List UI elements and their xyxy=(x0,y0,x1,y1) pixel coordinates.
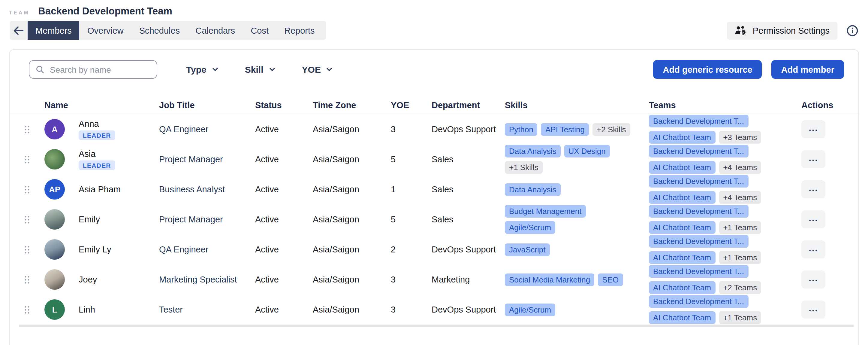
horizontal-scrollbar[interactable] xyxy=(19,324,854,327)
overflow-pill[interactable]: +1 Skills xyxy=(505,161,542,174)
actions-cell: ... xyxy=(801,300,844,319)
drag-handle-icon[interactable] xyxy=(24,125,44,134)
tab[interactable]: Schedules xyxy=(131,21,188,40)
info-button[interactable] xyxy=(846,24,858,36)
skill-pill: API Testing xyxy=(541,123,589,136)
overflow-pill[interactable]: +1 Teams xyxy=(719,251,761,264)
skills-cell: Budget ManagementAgile/Scrum xyxy=(505,205,649,234)
skills-cell: Social Media MarketingSEO xyxy=(505,273,649,286)
table-row: AP Asia Pham Business Analyst Active Asi… xyxy=(10,174,858,204)
drag-handle-icon[interactable] xyxy=(24,215,44,224)
overflow-pill[interactable]: +3 Teams xyxy=(719,131,761,144)
time-zone: Asia/Saigon xyxy=(313,124,391,134)
row-actions-button[interactable]: ... xyxy=(801,270,826,288)
team-pill: AI Chatbot Team xyxy=(649,281,715,294)
chevron-down-icon xyxy=(326,67,333,71)
tab[interactable]: Reports xyxy=(276,21,323,40)
member-name: Joey xyxy=(79,275,97,284)
teams-cell: Backend Development T...AI Chatbot Team+… xyxy=(649,235,801,264)
tab[interactable]: Calendars xyxy=(188,21,243,40)
add-member-button[interactable]: Add member xyxy=(772,60,844,79)
skill-pill: Data Analysis xyxy=(505,145,561,157)
skill-pill: Social Media Marketing xyxy=(505,273,594,286)
team-pill: Backend Development T... xyxy=(649,235,748,248)
actions-cell: ... xyxy=(801,150,844,168)
team-pill: AI Chatbot Team xyxy=(649,221,715,234)
row-actions-button[interactable]: ... xyxy=(801,210,826,228)
team-pill: Backend Development T... xyxy=(649,205,748,218)
name-cell: Asia LEADER xyxy=(72,149,159,170)
filter-dropdown[interactable]: Skill xyxy=(245,64,276,75)
overflow-pill[interactable]: +1 Teams xyxy=(719,221,761,234)
team-pill: AI Chatbot Team xyxy=(649,251,715,264)
row-actions-button[interactable]: ... xyxy=(801,300,826,319)
status: Active xyxy=(255,214,313,224)
add-generic-resource-button[interactable]: Add generic resource xyxy=(653,60,762,79)
overflow-pill[interactable]: +2 Skills xyxy=(592,123,630,136)
status: Active xyxy=(255,305,313,314)
tab[interactable]: Members xyxy=(28,21,80,40)
permission-settings-button[interactable]: Permission Settings xyxy=(727,21,837,39)
drag-handle-icon[interactable] xyxy=(24,245,44,254)
tag-line: Backend Development T... xyxy=(649,115,795,127)
member-name: Emily Ly xyxy=(79,245,111,254)
name-cell: Linh xyxy=(72,305,159,314)
filter-list: Type Skill YOE xyxy=(186,64,333,75)
members-card: Type Skill YOE Add generic resource Add … xyxy=(9,49,859,345)
overflow-pill[interactable]: +1 Teams xyxy=(719,311,761,324)
drag-handle-icon[interactable] xyxy=(24,185,44,194)
row-actions-button[interactable]: ... xyxy=(801,120,826,138)
drag-handle-icon[interactable] xyxy=(24,305,44,314)
status: Active xyxy=(255,184,313,194)
department: Sales xyxy=(432,154,505,164)
drag-handle-icon[interactable] xyxy=(24,155,44,164)
back-button[interactable] xyxy=(10,21,28,40)
row-actions-button[interactable]: ... xyxy=(801,240,826,258)
team-pill: Backend Development T... xyxy=(649,265,748,278)
search-input[interactable] xyxy=(49,64,151,75)
name-cell: Emily Ly xyxy=(72,245,159,254)
yoe: 2 xyxy=(391,245,432,254)
department: Sales xyxy=(432,184,505,194)
overflow-pill[interactable]: +2 Teams xyxy=(719,281,761,294)
toolbar: Type Skill YOE Add generic resource Add … xyxy=(10,50,858,79)
search-box[interactable] xyxy=(29,60,157,79)
table-row: Emily Ly QA Engineer Active Asia/Saigon … xyxy=(10,234,858,264)
job-title: Business Analyst xyxy=(159,184,255,194)
filter-dropdown[interactable]: Type xyxy=(186,64,218,75)
time-zone: Asia/Saigon xyxy=(313,214,391,224)
avatar: L xyxy=(44,299,65,320)
member-name: Asia Pham xyxy=(79,184,121,194)
tab[interactable]: Cost xyxy=(243,21,276,40)
drag-handle-icon[interactable] xyxy=(24,275,44,284)
tag-line: AI Chatbot Team+2 Teams xyxy=(649,281,795,294)
tab-list: MembersOverviewSchedulesCalendarsCostRep… xyxy=(28,21,323,40)
row-actions-button[interactable]: ... xyxy=(801,150,826,168)
filter-dropdown[interactable]: YOE xyxy=(302,64,333,75)
table-row: Joey Marketing Specialist Active Asia/Sa… xyxy=(10,264,858,294)
teams-cell: Backend Development T...AI Chatbot Team+… xyxy=(649,145,801,174)
tag-line: Data Analysis xyxy=(505,183,643,196)
yoe: 5 xyxy=(391,214,432,224)
yoe: 3 xyxy=(391,124,432,134)
row-actions-button[interactable]: ... xyxy=(801,180,826,198)
tag-line: Agile/Scrum xyxy=(505,221,643,234)
teams-cell: Backend Development T...AI Chatbot Team+… xyxy=(649,295,801,324)
name-cell: Asia Pham xyxy=(72,184,159,194)
tab[interactable]: Overview xyxy=(80,21,131,40)
column-header: Teams xyxy=(649,100,801,110)
tag-line: AI Chatbot Team+1 Teams xyxy=(649,311,795,324)
teams-cell: Backend Development T...AI Chatbot Team+… xyxy=(649,265,801,294)
column-header: Job Title xyxy=(159,100,255,110)
department: DevOps Support xyxy=(432,305,505,314)
avatar: A xyxy=(44,119,65,139)
column-header: Time Zone xyxy=(313,100,391,110)
overflow-pill[interactable]: +4 Teams xyxy=(719,191,761,204)
job-title: Tester xyxy=(159,305,255,314)
permission-settings-label: Permission Settings xyxy=(753,26,830,35)
tab-strip: MembersOverviewSchedulesCalendarsCostRep… xyxy=(10,21,326,40)
filter-label: Type xyxy=(186,64,207,75)
job-title: QA Engineer xyxy=(159,124,255,134)
job-title: Project Manager xyxy=(159,214,255,224)
overflow-pill[interactable]: +4 Teams xyxy=(719,161,761,174)
